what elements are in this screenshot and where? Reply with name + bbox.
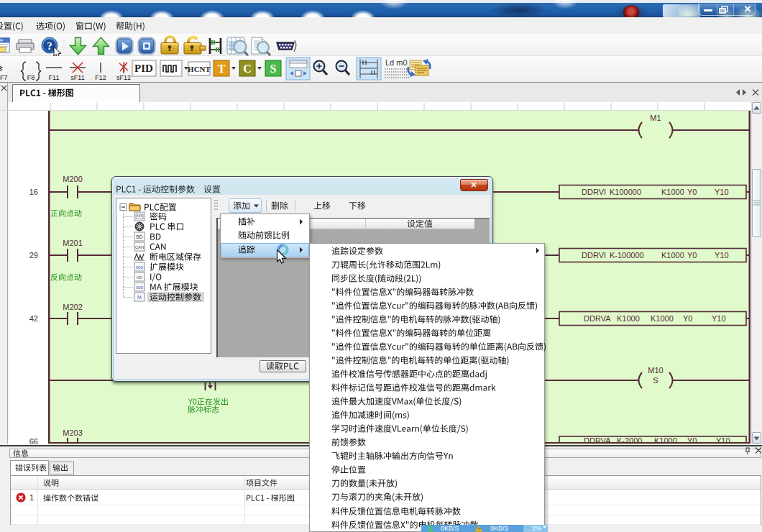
svg-text:sF11: sF11 [70,74,84,81]
svg-text:HCNT: HCNT [188,65,211,73]
svg-text:s: s [0,63,2,73]
svg-text:000: 000 [136,285,144,290]
svg-text:S: S [270,63,277,75]
svg-text:?: ? [47,40,52,52]
svg-text:PID: PID [134,63,153,74]
svg-text:F11: F11 [49,74,60,81]
svg-text:T: T [218,63,226,75]
svg-text:***: *** [137,214,142,219]
svg-text:C: C [243,63,252,75]
svg-text:CAN: CAN [135,245,144,249]
svg-text:sF12: sF12 [116,74,131,81]
svg-text:I/O: I/O [137,275,142,280]
svg-text:BD: BD [136,234,143,239]
svg-text:F8: F8 [27,74,35,81]
svg-text:Ld m0: Ld m0 [385,58,408,67]
svg-text:M: M [137,295,142,300]
svg-text:000: 000 [136,265,144,270]
svg-text:sF7: sF7 [0,74,8,81]
svg-text:F12: F12 [95,74,106,81]
